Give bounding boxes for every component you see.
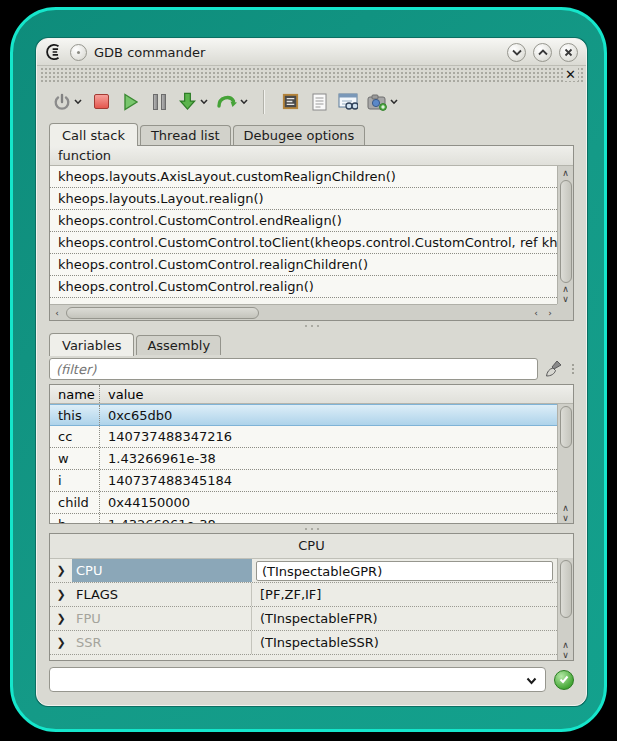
table-row[interactable]: cc 140737488347216 (50, 426, 557, 448)
variable-name: cc (50, 426, 100, 447)
splitter-handle[interactable] (572, 364, 574, 374)
variable-name: b (50, 514, 100, 523)
scroll-down-icon[interactable]: ∨ (559, 650, 573, 660)
cpu-panel: CPU ❯ CPU (TInspectableGPR) ❯ FLAGS [PF,… (49, 533, 574, 661)
close-icon (564, 48, 573, 57)
variables-vertical-scrollbar[interactable]: ∧∨ (557, 404, 573, 523)
table-row[interactable]: ❯ CPU (TInspectableGPR) (50, 559, 557, 583)
pin-button[interactable] (70, 44, 87, 61)
step-into-icon (178, 92, 197, 111)
run-button[interactable] (118, 88, 142, 116)
callstack-column-header[interactable]: function (50, 146, 573, 166)
scrollbar-thumb[interactable] (560, 406, 572, 448)
callstack-row[interactable]: kheops.control.CustomControl.realignChil… (50, 254, 557, 276)
scroll-right-icon[interactable]: › (543, 306, 557, 319)
shade-icon (512, 49, 522, 56)
callstack-vertical-scrollbar[interactable]: ∧ ∧∨ (557, 166, 573, 304)
expand-arrow-icon[interactable]: ❯ (50, 588, 72, 601)
confirm-button[interactable] (554, 670, 574, 690)
scrollbar-thumb[interactable] (560, 180, 572, 283)
splitter-handle[interactable] (37, 524, 586, 533)
window-title: GDB commander (94, 45, 500, 60)
close-button[interactable] (559, 43, 578, 62)
tab-call-stack[interactable]: Call stack (49, 123, 138, 146)
callstack-list: kheops.layouts.AxisLayout.customRealignC… (50, 166, 557, 304)
column-header-name[interactable]: name (50, 385, 100, 403)
confirm-icon (559, 675, 569, 684)
dropdown-chevron-icon[interactable] (526, 670, 545, 689)
callstack-row[interactable]: kheops.layouts.Layout.realign() (50, 188, 557, 210)
chevron-down-icon (74, 99, 82, 105)
clear-filter-button[interactable] (544, 359, 564, 379)
table-row[interactable]: ❯ FPU (TInspectableFPR) (50, 607, 557, 631)
callstack-row[interactable]: kheops.layouts.AxisLayout.customRealignC… (50, 166, 557, 188)
filter-input[interactable] (49, 358, 538, 380)
run-icon (122, 93, 139, 111)
step-into-button[interactable] (176, 88, 210, 116)
debug-toolbar (37, 83, 586, 120)
stop-button[interactable] (89, 88, 113, 116)
scrollbar-thumb[interactable] (66, 307, 259, 319)
callstack-row[interactable]: kheops.control.CustomControl.toClient(kh… (50, 232, 557, 254)
scroll-up-icon[interactable]: ∧ (559, 166, 573, 179)
scroll-left-icon[interactable]: ‹ (529, 306, 543, 319)
expand-arrow-icon[interactable]: ❯ (50, 564, 72, 577)
callstack-row[interactable]: kheops.control.CustomControl.endRealign(… (50, 210, 557, 232)
output-button[interactable] (307, 88, 331, 116)
expand-arrow-icon[interactable]: ❯ (50, 612, 72, 625)
maximize-icon (538, 49, 548, 56)
screenshot-button[interactable] (365, 88, 400, 116)
tab-assembly[interactable]: Assembly (136, 335, 221, 355)
callstack-horizontal-scrollbar[interactable]: ‹ ‹ › (50, 304, 557, 320)
register-value-field[interactable]: (TInspectableGPR) (256, 561, 553, 581)
scroll-down-icon[interactable]: ∨ (559, 294, 573, 304)
scroll-left-icon[interactable]: ‹ (50, 306, 64, 319)
scroll-up-icon[interactable]: ∧ (559, 284, 573, 294)
register-group-name: SSR (72, 631, 252, 654)
watch-icon (338, 93, 358, 111)
table-row[interactable]: ❯ SSR (TInspectableSSR) (50, 631, 557, 655)
variable-value: 0xc65db0 (100, 405, 557, 425)
scroll-up-icon[interactable]: ∧ (559, 503, 573, 513)
power-icon (53, 93, 71, 111)
step-over-icon (217, 93, 237, 111)
table-row[interactable]: child 0x44150000 (50, 492, 557, 514)
tab-variables[interactable]: Variables (49, 333, 134, 356)
variable-name: this (50, 405, 100, 425)
app-logo-icon[interactable] (45, 43, 63, 61)
step-over-button[interactable] (215, 88, 250, 116)
pause-button[interactable] (147, 88, 171, 116)
chevron-down-icon (240, 99, 248, 105)
cpu-register-list: ❯ CPU (TInspectableGPR) ❯ FLAGS [PF,ZF,I… (50, 558, 557, 660)
command-combobox[interactable] (49, 667, 546, 692)
table-row[interactable]: i 140737488345184 (50, 470, 557, 492)
table-row[interactable]: b 1.43266961e-38 (50, 514, 557, 523)
register-group-name: FPU (72, 607, 252, 630)
power-button[interactable] (51, 88, 84, 116)
shade-button[interactable] (507, 43, 526, 62)
titlebar[interactable]: GDB commander (37, 39, 586, 66)
table-row[interactable]: this 0xc65db0 (50, 404, 557, 426)
splitter-handle[interactable] (37, 321, 586, 330)
dock-titlebar[interactable]: ✕ (39, 66, 584, 83)
cpu-view-button[interactable] (278, 88, 302, 116)
tab-thread-list[interactable]: Thread list (140, 125, 231, 145)
scroll-down-icon[interactable]: ∨ (559, 513, 573, 523)
register-group-name: CPU (72, 559, 252, 582)
table-row[interactable]: ❯ FLAGS [PF,ZF,IF] (50, 583, 557, 607)
pause-icon (153, 94, 166, 110)
tab-debugee-options[interactable]: Debugee options (233, 125, 366, 145)
variable-name: child (50, 492, 100, 513)
dock-close-icon[interactable]: ✕ (563, 68, 578, 81)
scroll-up-icon[interactable]: ∧ (559, 640, 573, 650)
pin-icon (77, 51, 80, 54)
cpu-vertical-scrollbar[interactable]: ∧∨ (557, 558, 573, 660)
expand-arrow-icon[interactable]: ❯ (50, 636, 72, 649)
table-row[interactable]: w 1.43266961e-38 (50, 448, 557, 470)
watch-button[interactable] (336, 88, 360, 116)
callstack-row[interactable]: kheops.control.CustomControl.realign() (50, 276, 557, 298)
scrollbar-thumb[interactable] (560, 560, 572, 618)
maximize-button[interactable] (533, 43, 552, 62)
register-value: (TInspectableFPR) (252, 611, 557, 626)
column-header-value[interactable]: value (100, 385, 144, 403)
